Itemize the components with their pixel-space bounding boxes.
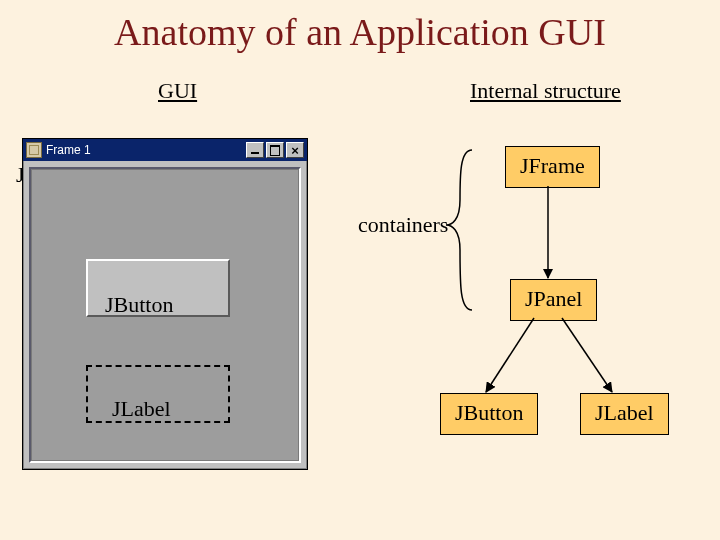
maximize-button[interactable] — [266, 142, 284, 158]
label-jlabel-overlay: JLabel — [112, 396, 171, 422]
minimize-button[interactable] — [246, 142, 264, 158]
label-jbutton-overlay: JButton — [105, 292, 173, 318]
label-containers: containers — [358, 212, 448, 238]
node-jlabel: JLabel — [580, 393, 669, 435]
heading-gui: GUI — [158, 78, 197, 104]
node-jframe: JFrame — [505, 146, 600, 188]
window-title-text: Frame 1 — [46, 143, 244, 157]
node-jbutton: JButton — [440, 393, 538, 435]
close-button[interactable] — [286, 142, 304, 158]
svg-line-2 — [562, 318, 612, 392]
heading-internal-structure: Internal structure — [470, 78, 621, 104]
titlebar: Frame 1 — [23, 139, 307, 161]
page-title: Anatomy of an Application GUI — [0, 10, 720, 54]
java-cup-icon — [26, 142, 42, 158]
svg-line-1 — [486, 318, 534, 392]
node-jpanel: JPanel — [510, 279, 597, 321]
